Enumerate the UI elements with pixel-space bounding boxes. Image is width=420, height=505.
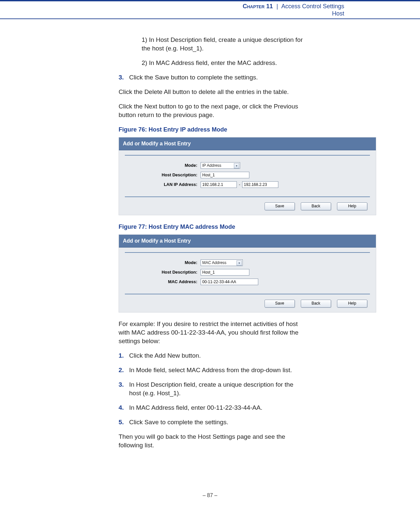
lan-ip-from-input[interactable] — [201, 181, 237, 188]
host-description-input[interactable] — [201, 172, 249, 178]
mode-label: Mode: — [125, 258, 201, 267]
lan-ip-label: LAN IP Address: — [125, 180, 201, 189]
figure-77-caption: Figure 77: Host Entry MAC address Mode — [119, 223, 306, 231]
closing-text: Then you will go back to the Host Settin… — [119, 432, 306, 450]
host-description-label: Host Description: — [125, 171, 201, 179]
save-button[interactable]: Save — [265, 300, 295, 308]
figure-77-screenshot: Add or Modify a Host Entry Mode: MAC Add… — [119, 234, 376, 312]
divider-line — [125, 196, 370, 197]
mode-label: Mode: — [125, 161, 201, 170]
example-step-2-number: 2. — [119, 366, 129, 374]
header-title: Access Control Settings — [281, 3, 344, 10]
divider-line — [125, 155, 370, 156]
example-intro: For example: If you desire to restrict t… — [119, 320, 306, 345]
next-prev-note: Click the Next button to go to the next … — [119, 102, 306, 119]
page-number: – 87 – — [203, 492, 217, 498]
mode-select-value: IP Address — [202, 161, 221, 170]
example-step-2-text: In Mode field, select MAC Address from t… — [129, 366, 306, 374]
page-header: Chapter 11 | Access Control Settings Hos… — [0, 0, 420, 19]
ip-range-dash: - — [237, 180, 242, 189]
mode-select[interactable]: MAC Address ▾ — [201, 259, 243, 266]
example-step-3-number: 3. — [119, 380, 129, 398]
chevron-down-icon: ▾ — [237, 260, 242, 266]
substep-1: 1) In Host Description field, create a u… — [142, 36, 306, 53]
header-subtitle: Host — [243, 10, 344, 17]
example-step-1-text: Click the Add New button. — [129, 351, 306, 360]
lan-ip-to-input[interactable] — [242, 181, 278, 188]
host-description-input[interactable] — [201, 269, 249, 276]
header-separator: | — [274, 3, 280, 10]
mode-select-value: MAC Address — [202, 258, 226, 267]
back-button[interactable]: Back — [301, 300, 331, 308]
example-step-5-text: Click Save to complete the settings. — [129, 418, 306, 427]
host-description-label: Host Description: — [125, 268, 201, 277]
help-button[interactable]: Help — [337, 300, 367, 308]
mac-address-label: MAC Address: — [125, 278, 201, 286]
chapter-number: 11 — [266, 3, 273, 10]
mac-address-input[interactable] — [201, 279, 258, 285]
panel-title: Add or Modify a Host Entry — [119, 137, 376, 150]
step-3-text: Click the Save button to complete the se… — [129, 73, 306, 82]
chevron-down-icon: ▾ — [234, 163, 239, 168]
page-footer: – 87 – — [0, 492, 420, 498]
example-step-5-number: 5. — [119, 418, 129, 427]
example-step-3-text: In Host Description field, create a uniq… — [129, 380, 306, 398]
divider-line — [125, 252, 370, 253]
panel-title: Add or Modify a Host Entry — [119, 235, 376, 248]
example-step-1-number: 1. — [119, 351, 129, 360]
divider-line — [125, 294, 370, 294]
save-button[interactable]: Save — [265, 202, 295, 210]
example-step-4-text: In MAC Address field, enter 00-11-22-33-… — [129, 403, 306, 412]
example-step-4-number: 4. — [119, 403, 129, 412]
figure-76-caption: Figure 76: Host Entry IP address Mode — [119, 125, 306, 134]
step-3-number: 3. — [119, 73, 129, 82]
back-button[interactable]: Back — [301, 202, 331, 210]
substep-2: 2) In MAC Address field, enter the MAC a… — [142, 59, 306, 67]
mode-select[interactable]: IP Address ▾ — [201, 162, 240, 169]
delete-all-note: Click the Delete All button to delete al… — [119, 88, 306, 96]
figure-76-screenshot: Add or Modify a Host Entry Mode: IP Addr… — [119, 137, 376, 215]
help-button[interactable]: Help — [337, 202, 367, 210]
chapter-word: Chapter — [243, 3, 265, 10]
